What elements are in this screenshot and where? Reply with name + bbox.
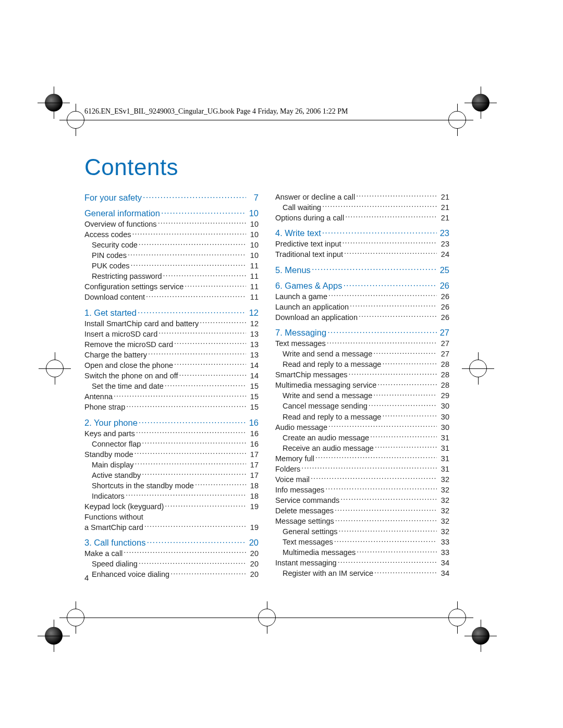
toc-entry[interactable]: Read and reply to a message30 — [275, 412, 449, 422]
toc-label: Call waiting — [283, 203, 321, 213]
toc-leader-dots — [139, 417, 246, 426]
toc-entry[interactable]: Memory full31 — [275, 453, 449, 464]
toc-entry[interactable]: Answer or decline a call21 — [275, 192, 449, 202]
toc-entry[interactable]: Call waiting21 — [275, 202, 449, 213]
toc-entry[interactable]: Antenna15 — [84, 392, 259, 402]
toc-page-number: 32 — [438, 516, 449, 527]
toc-page-number: 30 — [438, 401, 449, 412]
toc-label: Keys and parts — [84, 429, 135, 439]
toc-entry[interactable]: Write and send a message27 — [275, 349, 449, 360]
toc-entry[interactable]: Phone strap15 — [84, 402, 259, 413]
toc-leader-dots — [328, 291, 437, 299]
toc-entry[interactable]: Main display17 — [84, 460, 259, 470]
toc-entry[interactable]: Predictive text input23 — [275, 239, 449, 249]
toc-section-heading[interactable]: 2. Your phone16 — [84, 417, 259, 428]
toc-section-heading[interactable]: 1. Get started12 — [84, 307, 259, 318]
toc-entry[interactable]: Traditional text input24 — [275, 250, 449, 260]
toc-entry[interactable]: Access codes10 — [84, 230, 259, 240]
toc-entry[interactable]: Multimedia messages33 — [275, 548, 449, 558]
toc-label: Text messages — [275, 339, 326, 349]
toc-entry[interactable]: Cancel message sending30 — [275, 401, 449, 412]
toc-section-heading[interactable]: 7. Messaging27 — [275, 327, 449, 338]
registration-mark-icon — [67, 609, 84, 626]
toc-entry[interactable]: Keys and parts16 — [84, 428, 259, 439]
toc-leader-dots — [200, 318, 246, 326]
toc-entry[interactable]: Create an audio message31 — [275, 433, 449, 443]
toc-entry[interactable]: PUK codes11 — [84, 261, 259, 272]
toc-leader-dots — [131, 261, 246, 269]
toc-entry[interactable]: Voice mail32 — [275, 474, 449, 485]
toc-section-heading[interactable]: 4. Write text23 — [275, 227, 449, 239]
toc-entry[interactable]: Audio message30 — [275, 422, 449, 433]
toc-entry[interactable]: Register with an IM service34 — [275, 569, 449, 579]
toc-section-heading[interactable]: For your safety7 — [84, 192, 259, 203]
toc-entry[interactable]: Indicators18 — [84, 491, 259, 502]
toc-entry[interactable]: Write and send a message29 — [275, 391, 449, 401]
toc-entry[interactable]: Security code10 — [84, 240, 259, 251]
toc-entry[interactable]: Keypad lock (keyguard)19 — [84, 502, 259, 512]
toc-entry[interactable]: Switch the phone on and off14 — [84, 371, 259, 381]
toc-entry[interactable]: Download content11 — [84, 292, 259, 303]
toc-entry[interactable]: Text messages33 — [275, 537, 449, 548]
toc-leader-dots — [126, 402, 246, 410]
toc-entry[interactable]: Enhanced voice dialing20 — [84, 570, 259, 580]
toc-entry[interactable]: Insert a microSD card13 — [84, 329, 259, 339]
toc-entry[interactable]: Connector flap16 — [84, 439, 259, 449]
toc-entry[interactable]: Speed dialing20 — [84, 559, 259, 570]
toc-leader-dots — [342, 239, 437, 246]
toc-entry[interactable]: Message settings32 — [275, 516, 449, 527]
registration-mark-icon — [67, 111, 84, 129]
toc-entry[interactable]: Instant messaging34 — [275, 558, 449, 569]
toc-entry[interactable]: Receive an audio message31 — [275, 443, 449, 453]
toc-entry[interactable]: Shortcuts in the standby mode18 — [84, 480, 259, 491]
toc-page-number: 11 — [247, 261, 259, 272]
toc-label: Open and close the phone — [84, 361, 173, 371]
toc-label: Access codes — [84, 230, 131, 240]
toc-entry[interactable]: Make a call20 — [84, 549, 259, 559]
toc-entry[interactable]: Install SmartChip card and battery12 — [84, 318, 259, 329]
toc-entry[interactable]: Set the time and date15 — [84, 381, 259, 392]
toc-entry[interactable]: Text messages27 — [275, 339, 449, 349]
toc-leader-dots — [161, 208, 246, 217]
toc-section-heading[interactable]: General information10 — [84, 207, 259, 219]
toc-entry[interactable]: Service commands32 — [275, 496, 449, 506]
toc-entry[interactable]: Remove the microSD card13 — [84, 339, 259, 350]
toc-entry[interactable]: PIN codes10 — [84, 251, 259, 261]
toc-label: Launch a game — [275, 292, 327, 302]
toc-entry[interactable]: Configuration settings service11 — [84, 282, 259, 292]
toc-page-number: 28 — [438, 370, 449, 380]
toc-label: Download an application — [275, 313, 358, 323]
toc-entry[interactable]: Open and close the phone14 — [84, 361, 259, 371]
toc-label: Set the time and date — [92, 381, 164, 392]
toc-entry[interactable]: Functions without — [84, 512, 259, 523]
toc-leader-dots — [359, 312, 437, 320]
toc-entry[interactable]: Options during a call21 — [275, 213, 449, 223]
toc-section-heading[interactable]: 6. Games & Apps26 — [275, 280, 449, 291]
toc-entry[interactable]: Active standby17 — [84, 470, 259, 480]
toc-section-heading[interactable]: 5. Menus25 — [275, 264, 449, 276]
toc-entry[interactable]: Charge the battery13 — [84, 350, 259, 360]
toc-entry[interactable]: Standby mode17 — [84, 449, 259, 460]
toc-entry[interactable]: Restricting password11 — [84, 272, 259, 282]
toc-entry[interactable]: SmartChip messages28 — [275, 370, 449, 380]
toc-leader-dots — [373, 349, 437, 357]
toc-entry[interactable]: Read and reply to a message28 — [275, 360, 449, 370]
toc-entry[interactable]: Folders31 — [275, 464, 449, 474]
toc-entry[interactable]: a SmartChip card19 — [84, 522, 259, 533]
toc-label: Audio message — [275, 423, 327, 433]
toc-entry[interactable]: Launch a game26 — [275, 291, 449, 302]
toc-entry[interactable]: Delete messages32 — [275, 506, 449, 516]
toc-entry[interactable]: Launch an application26 — [275, 302, 449, 312]
toc-page-number: 17 — [247, 471, 259, 481]
toc-leader-dots — [179, 371, 246, 379]
toc-entry[interactable]: Download an application26 — [275, 312, 449, 323]
toc-entry[interactable]: Multimedia messaging service28 — [275, 380, 449, 391]
toc-section-heading[interactable]: 3. Call functions20 — [84, 537, 259, 548]
toc-entry[interactable]: Overview of functions10 — [84, 219, 259, 230]
toc-entry[interactable]: Info messages32 — [275, 485, 449, 495]
toc-entry[interactable]: General settings32 — [275, 527, 449, 537]
toc-label: Multimedia messaging service — [275, 380, 376, 391]
toc-leader-dots — [382, 412, 437, 419]
contents-title: Contents — [84, 154, 449, 180]
header-filename: 6126.EN_ESv1_BIL_9249003_Cingular_UG.boo… — [84, 107, 348, 116]
